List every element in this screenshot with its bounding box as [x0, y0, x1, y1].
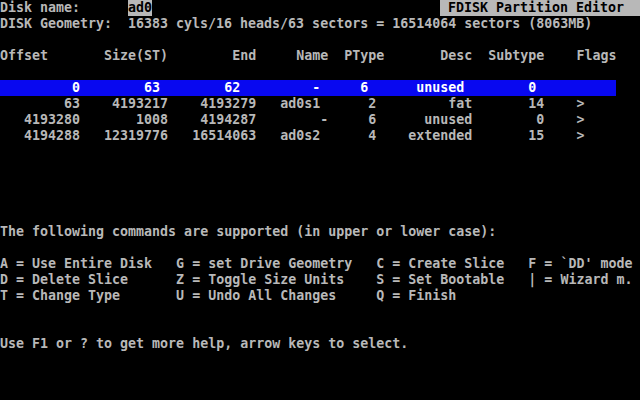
commands-intro: The following commands are supported (in…	[0, 224, 496, 240]
commands-line-1: A = Use Entire Disk G = set Drive Geomet…	[0, 256, 632, 272]
page-title: FDISK Partition Editor	[440, 0, 640, 16]
partition-row-unused[interactable]: 4193280 1008 4194287 - 6 unused 0 >	[0, 112, 584, 128]
fdisk-terminal-screen: Disk name:ad0 FDISK Partition Editor DIS…	[0, 0, 640, 400]
partition-row-ad0s1[interactable]: 63 4193217 4193279 ad0s1 2 fat 14 >	[0, 96, 584, 112]
disk-name-label: Disk name:	[0, 0, 80, 16]
help-line: Use F1 or ? to get more help, arrow keys…	[0, 336, 408, 352]
disk-name-value: ad0	[128, 0, 152, 16]
table-header: Offset Size(ST) End Name PType Desc Subt…	[0, 48, 616, 64]
disk-geometry-value: 16383 cyls/16 heads/63 sectors = 1651406…	[128, 16, 592, 32]
disk-geometry-label: DISK Geometry:	[0, 16, 112, 32]
partition-row-selected[interactable]: 0 63 62 - 6 unused 0	[0, 80, 616, 96]
commands-line-3: T = Change Type U = Undo All Changes Q =…	[0, 288, 456, 304]
commands-line-2: D = Delete Slice Z = Toggle Size Units S…	[0, 272, 632, 288]
partition-row-ad0s2[interactable]: 4194288 12319776 16514063 ad0s2 4 extend…	[0, 128, 584, 144]
